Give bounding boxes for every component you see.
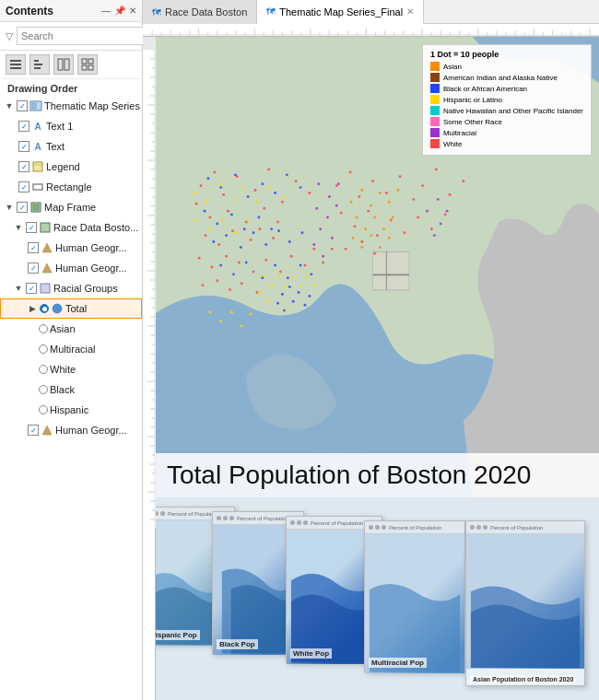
column-view-button[interactable] [53, 54, 74, 75]
tree-container: ▼ ✓ Thematic Map Series ✓ A Text 1 ✓ A T… [0, 96, 142, 700]
tree-view-button[interactable] [29, 54, 50, 75]
tab-thematic-map-final[interactable]: 🗺 Thematic Map Series_Final ✕ [257, 0, 424, 24]
checkbox-text[interactable]: ✓ [18, 141, 29, 152]
checkbox-humangeo2[interactable]: ✓ [28, 262, 39, 274]
map-area: 🗺 Race Data Boston 🗺 Thematic Map Series… [143, 0, 599, 700]
asian-pop-label: Asian Population of Boston 2020 [470, 675, 576, 683]
thumbnail-view-button[interactable] [77, 54, 98, 75]
checkbox-thematic[interactable]: ✓ [17, 100, 28, 111]
close-icon[interactable]: ✕ [129, 6, 136, 16]
checkbox-text1[interactable]: ✓ [18, 121, 29, 132]
radio-white[interactable] [39, 365, 48, 374]
expander-total[interactable]: ▶ [27, 303, 38, 314]
tree-item-thematic-map-series[interactable]: ▼ ✓ Thematic Map Series [0, 96, 142, 116]
checkbox-humangeo3[interactable]: ✓ [28, 425, 39, 436]
svg-point-23 [53, 304, 62, 313]
multiracial-pop-label: Multiracial Pop [369, 658, 427, 668]
text1-label: Text 1 [46, 121, 73, 132]
tab2-icon: 🗺 [266, 6, 276, 17]
svg-rect-2 [10, 67, 21, 69]
svg-marker-24 [42, 426, 52, 435]
tree-item-map-frame[interactable]: ▼ ✓ Map Frame [0, 197, 142, 217]
tree-item-rectangle[interactable]: ✓ Rectangle [0, 177, 142, 197]
tree-item-race-data[interactable]: ▼ ✓ Race Data Bosto... [0, 217, 142, 238]
main-map-canvas[interactable]: 1 Dot = 10 people Asian American Indian … [156, 37, 599, 497]
thematic-label: Thematic Map Series [44, 100, 140, 111]
tree-item-hispanic[interactable]: ▶ Hispanic [0, 400, 142, 420]
list-view-button[interactable] [6, 54, 26, 75]
small-map-bar-label-multiracial: Percent of Population [389, 525, 441, 531]
humangeo1-label: Human Geogr... [55, 242, 127, 253]
legend-dot-black [430, 84, 440, 93]
minimize-icon[interactable]: — [101, 6, 111, 16]
legend-dot-white [430, 139, 440, 148]
legend-title: 1 Dot = 10 people [430, 50, 583, 59]
tree-item-legend[interactable]: ✓ Legend [0, 157, 142, 177]
legend-label-nhopi: Native Hawaiian and Other Pacific Island… [443, 107, 583, 115]
radio-multiracial[interactable] [39, 344, 48, 354]
checkbox-race[interactable]: ✓ [26, 222, 37, 233]
svg-rect-1 [10, 64, 21, 65]
small-map-bar-label-white: Percent of Population [311, 520, 363, 526]
filter-icon[interactable]: ▽ [6, 30, 13, 42]
white-label: White [50, 364, 76, 375]
map-series-icon [29, 99, 42, 112]
tree-item-human-geo2[interactable]: ✓ Human Geogr... [0, 258, 142, 278]
svg-rect-0 [10, 60, 21, 62]
tree-item-text[interactable]: ✓ A Text [0, 136, 142, 157]
legend-dot-aian [430, 73, 440, 82]
expander-mapframe[interactable]: ▼ [4, 202, 15, 213]
search-input[interactable] [17, 27, 153, 45]
humangeo2-label: Human Geogr... [55, 262, 127, 274]
hispanic-label: Hispanic [50, 404, 88, 415]
radio-total[interactable] [40, 304, 49, 313]
ruler-marks: 1 2 3 4 [143, 24, 599, 36]
legend-dot-nhopi [430, 106, 440, 115]
checkbox-rectangle[interactable]: ✓ [18, 181, 29, 192]
map-title-text: Total Population of Boston 2020 [167, 461, 531, 489]
tree-item-asian[interactable]: ▶ Asian [0, 319, 142, 339]
legend-box: 1 Dot = 10 people Asian American Indian … [422, 44, 592, 156]
tree-item-human-geo1[interactable]: ✓ Human Geogr... [0, 238, 142, 258]
tab-close-icon[interactable]: ✕ [406, 6, 414, 17]
total-icon [51, 302, 64, 315]
radio-hispanic[interactable] [39, 405, 48, 414]
tree-item-human-geo3[interactable]: ✓ Human Geogr... [0, 420, 142, 440]
tree-item-black[interactable]: ▶ Black [0, 379, 142, 400]
toolbar-row [0, 51, 142, 79]
svg-rect-19 [41, 223, 50, 232]
svg-rect-13 [32, 103, 36, 109]
legend-item-nhopi: Native Hawaiian and Other Pacific Island… [430, 106, 583, 115]
multiracial-label: Multiracial [50, 344, 96, 355]
tree-item-racial-groups[interactable]: ▼ ✓ Racial Groups [0, 278, 142, 298]
text-label: Text [46, 141, 65, 152]
checkbox-racial[interactable]: ✓ [26, 283, 37, 294]
checkbox-humangeo1[interactable]: ✓ [28, 242, 39, 253]
tree-item-text1[interactable]: ✓ A Text 1 [0, 116, 142, 136]
tree-item-total[interactable]: ▶ Total [0, 298, 142, 319]
legend-item-asian: Asian [430, 62, 583, 71]
small-map-bar-label-black: Percent of Population [237, 516, 289, 521]
checkbox-legend[interactable]: ✓ [18, 161, 29, 172]
small-map-bar-label-asian: Percent of Population [490, 525, 543, 531]
svg-rect-11 [88, 65, 93, 70]
tab-race-data-boston[interactable]: 🗺 Race Data Boston [143, 0, 257, 24]
small-map-asian[interactable]: Percent of Population Asian Population o… [465, 520, 585, 686]
radio-black[interactable] [39, 385, 48, 394]
expander-race[interactable]: ▼ [13, 222, 24, 233]
expander-racial[interactable]: ▼ [13, 283, 24, 294]
small-map-multiracial[interactable]: Percent of Population Multiracial Pop [364, 520, 465, 672]
tree-item-white[interactable]: ▶ White [0, 359, 142, 379]
radio-asian[interactable] [39, 324, 48, 333]
header-icons: — 📌 ✕ [101, 6, 136, 16]
tab1-icon: 🗺 [152, 7, 161, 18]
checkbox-mapframe[interactable]: ✓ [17, 202, 28, 213]
svg-marker-21 [42, 263, 52, 273]
expander-thematic[interactable]: ▼ [4, 100, 15, 111]
map-title-overlay: Total Population of Boston 2020 [156, 453, 599, 497]
svg-rect-22 [41, 284, 50, 293]
pin-icon[interactable]: 📌 [114, 6, 125, 16]
racial-groups-label: Racial Groups [53, 283, 118, 294]
tree-item-multiracial[interactable]: ▶ Multiracial [0, 339, 142, 359]
drawing-order-label: Drawing Order [0, 79, 142, 96]
